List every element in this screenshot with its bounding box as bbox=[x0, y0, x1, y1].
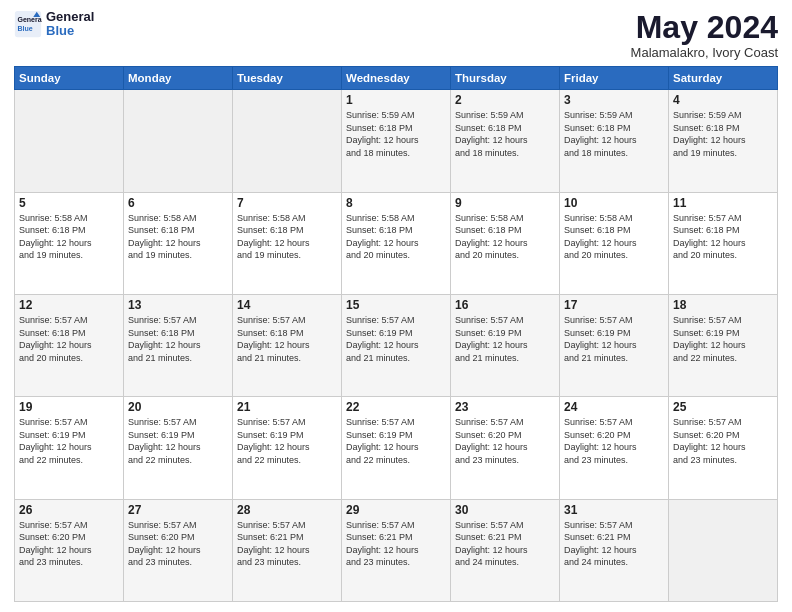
logo-blue: Blue bbox=[46, 24, 94, 38]
svg-text:Blue: Blue bbox=[18, 25, 33, 32]
calendar-day-25: 25Sunrise: 5:57 AM Sunset: 6:20 PM Dayli… bbox=[669, 397, 778, 499]
calendar-day-26: 26Sunrise: 5:57 AM Sunset: 6:20 PM Dayli… bbox=[15, 499, 124, 601]
calendar-day-18: 18Sunrise: 5:57 AM Sunset: 6:19 PM Dayli… bbox=[669, 294, 778, 396]
day-number: 2 bbox=[455, 93, 555, 107]
day-number: 29 bbox=[346, 503, 446, 517]
calendar-day-10: 10Sunrise: 5:58 AM Sunset: 6:18 PM Dayli… bbox=[560, 192, 669, 294]
day-number: 6 bbox=[128, 196, 228, 210]
day-info: Sunrise: 5:58 AM Sunset: 6:18 PM Dayligh… bbox=[564, 212, 664, 262]
calendar-day-3: 3Sunrise: 5:59 AM Sunset: 6:18 PM Daylig… bbox=[560, 90, 669, 192]
weekday-header-tuesday: Tuesday bbox=[233, 67, 342, 90]
weekday-header-thursday: Thursday bbox=[451, 67, 560, 90]
day-number: 7 bbox=[237, 196, 337, 210]
day-info: Sunrise: 5:59 AM Sunset: 6:18 PM Dayligh… bbox=[673, 109, 773, 159]
day-number: 9 bbox=[455, 196, 555, 210]
calendar-day-15: 15Sunrise: 5:57 AM Sunset: 6:19 PM Dayli… bbox=[342, 294, 451, 396]
day-info: Sunrise: 5:58 AM Sunset: 6:18 PM Dayligh… bbox=[128, 212, 228, 262]
calendar-day-4: 4Sunrise: 5:59 AM Sunset: 6:18 PM Daylig… bbox=[669, 90, 778, 192]
day-number: 17 bbox=[564, 298, 664, 312]
day-info: Sunrise: 5:58 AM Sunset: 6:18 PM Dayligh… bbox=[19, 212, 119, 262]
day-number: 4 bbox=[673, 93, 773, 107]
day-info: Sunrise: 5:57 AM Sunset: 6:19 PM Dayligh… bbox=[19, 416, 119, 466]
calendar-day-30: 30Sunrise: 5:57 AM Sunset: 6:21 PM Dayli… bbox=[451, 499, 560, 601]
day-info: Sunrise: 5:58 AM Sunset: 6:18 PM Dayligh… bbox=[237, 212, 337, 262]
day-number: 28 bbox=[237, 503, 337, 517]
day-info: Sunrise: 5:57 AM Sunset: 6:19 PM Dayligh… bbox=[237, 416, 337, 466]
calendar-day-17: 17Sunrise: 5:57 AM Sunset: 6:19 PM Dayli… bbox=[560, 294, 669, 396]
calendar-day-21: 21Sunrise: 5:57 AM Sunset: 6:19 PM Dayli… bbox=[233, 397, 342, 499]
day-number: 11 bbox=[673, 196, 773, 210]
day-number: 8 bbox=[346, 196, 446, 210]
weekday-header-sunday: Sunday bbox=[15, 67, 124, 90]
day-info: Sunrise: 5:57 AM Sunset: 6:18 PM Dayligh… bbox=[128, 314, 228, 364]
day-info: Sunrise: 5:57 AM Sunset: 6:18 PM Dayligh… bbox=[237, 314, 337, 364]
calendar-empty bbox=[233, 90, 342, 192]
calendar-day-27: 27Sunrise: 5:57 AM Sunset: 6:20 PM Dayli… bbox=[124, 499, 233, 601]
day-number: 1 bbox=[346, 93, 446, 107]
calendar-day-24: 24Sunrise: 5:57 AM Sunset: 6:20 PM Dayli… bbox=[560, 397, 669, 499]
calendar-day-2: 2Sunrise: 5:59 AM Sunset: 6:18 PM Daylig… bbox=[451, 90, 560, 192]
month-year: May 2024 bbox=[631, 10, 778, 45]
day-info: Sunrise: 5:57 AM Sunset: 6:18 PM Dayligh… bbox=[19, 314, 119, 364]
location: Malamalakro, Ivory Coast bbox=[631, 45, 778, 60]
calendar-day-1: 1Sunrise: 5:59 AM Sunset: 6:18 PM Daylig… bbox=[342, 90, 451, 192]
day-number: 5 bbox=[19, 196, 119, 210]
day-info: Sunrise: 5:58 AM Sunset: 6:18 PM Dayligh… bbox=[455, 212, 555, 262]
day-number: 10 bbox=[564, 196, 664, 210]
day-info: Sunrise: 5:57 AM Sunset: 6:20 PM Dayligh… bbox=[128, 519, 228, 569]
weekday-header-saturday: Saturday bbox=[669, 67, 778, 90]
day-info: Sunrise: 5:57 AM Sunset: 6:19 PM Dayligh… bbox=[564, 314, 664, 364]
calendar-week-3: 12Sunrise: 5:57 AM Sunset: 6:18 PM Dayli… bbox=[15, 294, 778, 396]
day-number: 22 bbox=[346, 400, 446, 414]
day-info: Sunrise: 5:57 AM Sunset: 6:20 PM Dayligh… bbox=[455, 416, 555, 466]
calendar-day-31: 31Sunrise: 5:57 AM Sunset: 6:21 PM Dayli… bbox=[560, 499, 669, 601]
day-number: 12 bbox=[19, 298, 119, 312]
day-info: Sunrise: 5:58 AM Sunset: 6:18 PM Dayligh… bbox=[346, 212, 446, 262]
day-info: Sunrise: 5:57 AM Sunset: 6:19 PM Dayligh… bbox=[455, 314, 555, 364]
day-info: Sunrise: 5:57 AM Sunset: 6:21 PM Dayligh… bbox=[564, 519, 664, 569]
day-info: Sunrise: 5:59 AM Sunset: 6:18 PM Dayligh… bbox=[455, 109, 555, 159]
day-number: 25 bbox=[673, 400, 773, 414]
day-info: Sunrise: 5:57 AM Sunset: 6:20 PM Dayligh… bbox=[673, 416, 773, 466]
calendar-day-29: 29Sunrise: 5:57 AM Sunset: 6:21 PM Dayli… bbox=[342, 499, 451, 601]
day-info: Sunrise: 5:59 AM Sunset: 6:18 PM Dayligh… bbox=[346, 109, 446, 159]
day-number: 30 bbox=[455, 503, 555, 517]
weekday-header-wednesday: Wednesday bbox=[342, 67, 451, 90]
day-info: Sunrise: 5:57 AM Sunset: 6:19 PM Dayligh… bbox=[346, 416, 446, 466]
day-number: 20 bbox=[128, 400, 228, 414]
day-number: 13 bbox=[128, 298, 228, 312]
calendar-empty bbox=[669, 499, 778, 601]
svg-text:General: General bbox=[18, 17, 43, 24]
calendar-day-12: 12Sunrise: 5:57 AM Sunset: 6:18 PM Dayli… bbox=[15, 294, 124, 396]
calendar-day-13: 13Sunrise: 5:57 AM Sunset: 6:18 PM Dayli… bbox=[124, 294, 233, 396]
calendar-day-19: 19Sunrise: 5:57 AM Sunset: 6:19 PM Dayli… bbox=[15, 397, 124, 499]
day-info: Sunrise: 5:57 AM Sunset: 6:19 PM Dayligh… bbox=[673, 314, 773, 364]
day-info: Sunrise: 5:57 AM Sunset: 6:19 PM Dayligh… bbox=[128, 416, 228, 466]
day-info: Sunrise: 5:59 AM Sunset: 6:18 PM Dayligh… bbox=[564, 109, 664, 159]
calendar-day-11: 11Sunrise: 5:57 AM Sunset: 6:18 PM Dayli… bbox=[669, 192, 778, 294]
calendar-day-7: 7Sunrise: 5:58 AM Sunset: 6:18 PM Daylig… bbox=[233, 192, 342, 294]
logo: General Blue General Blue bbox=[14, 10, 94, 39]
day-info: Sunrise: 5:57 AM Sunset: 6:20 PM Dayligh… bbox=[564, 416, 664, 466]
calendar-day-16: 16Sunrise: 5:57 AM Sunset: 6:19 PM Dayli… bbox=[451, 294, 560, 396]
day-number: 3 bbox=[564, 93, 664, 107]
day-info: Sunrise: 5:57 AM Sunset: 6:19 PM Dayligh… bbox=[346, 314, 446, 364]
calendar-week-2: 5Sunrise: 5:58 AM Sunset: 6:18 PM Daylig… bbox=[15, 192, 778, 294]
calendar-day-22: 22Sunrise: 5:57 AM Sunset: 6:19 PM Dayli… bbox=[342, 397, 451, 499]
day-number: 24 bbox=[564, 400, 664, 414]
day-info: Sunrise: 5:57 AM Sunset: 6:20 PM Dayligh… bbox=[19, 519, 119, 569]
calendar-week-4: 19Sunrise: 5:57 AM Sunset: 6:19 PM Dayli… bbox=[15, 397, 778, 499]
calendar-day-8: 8Sunrise: 5:58 AM Sunset: 6:18 PM Daylig… bbox=[342, 192, 451, 294]
logo-icon: General Blue bbox=[14, 10, 42, 38]
calendar-day-23: 23Sunrise: 5:57 AM Sunset: 6:20 PM Dayli… bbox=[451, 397, 560, 499]
day-number: 26 bbox=[19, 503, 119, 517]
calendar-day-20: 20Sunrise: 5:57 AM Sunset: 6:19 PM Dayli… bbox=[124, 397, 233, 499]
day-info: Sunrise: 5:57 AM Sunset: 6:21 PM Dayligh… bbox=[237, 519, 337, 569]
header: General Blue General Blue May 2024 Malam… bbox=[14, 10, 778, 60]
day-number: 19 bbox=[19, 400, 119, 414]
day-number: 18 bbox=[673, 298, 773, 312]
calendar-header-row: SundayMondayTuesdayWednesdayThursdayFrid… bbox=[15, 67, 778, 90]
page: General Blue General Blue May 2024 Malam… bbox=[0, 0, 792, 612]
day-number: 31 bbox=[564, 503, 664, 517]
day-info: Sunrise: 5:57 AM Sunset: 6:21 PM Dayligh… bbox=[455, 519, 555, 569]
